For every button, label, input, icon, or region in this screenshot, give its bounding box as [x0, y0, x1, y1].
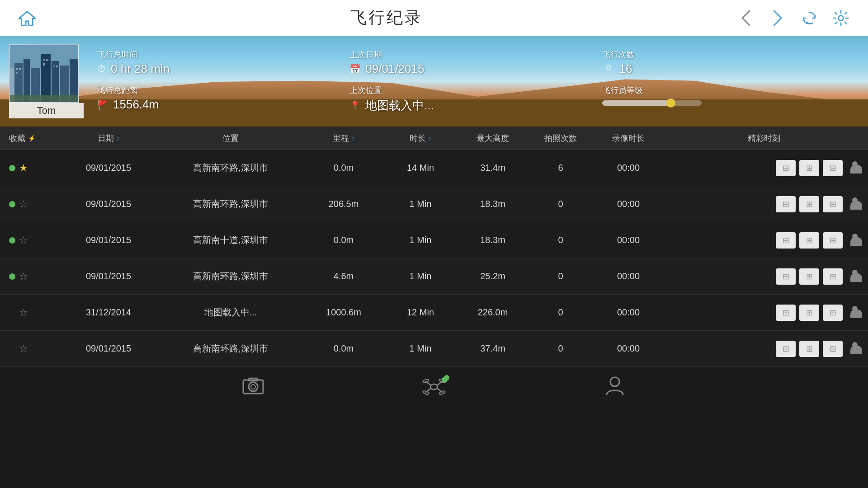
action-btn-3-2[interactable]	[823, 232, 843, 249]
th-distance: 里程 ↕	[303, 133, 384, 144]
clock-icon: ⏱	[97, 64, 106, 74]
td-photos-1: 0	[529, 199, 592, 209]
action-btn-3-4[interactable]	[823, 305, 843, 321]
th-location: 位置	[158, 133, 303, 144]
action-btn-2-3[interactable]	[799, 268, 819, 285]
td-video-0: 00:00	[592, 163, 665, 173]
td-date-2: 09/01/2015	[59, 235, 158, 245]
drone-active-dot	[442, 377, 448, 383]
home-button[interactable]	[18, 9, 36, 27]
status-dot-3	[9, 273, 15, 280]
td-location-4: 地图载入中...	[158, 306, 303, 319]
svg-rect-15	[46, 59, 48, 61]
forward-button[interactable]	[769, 9, 787, 27]
table-row[interactable]: ☆ 31/12/2014 地图载入中... 1000.6m 12 Min 226…	[0, 295, 868, 331]
table-row[interactable]: ★ 09/01/2015 高新南环路,深圳市 0.0m 14 Min 31.4m…	[0, 150, 868, 186]
th-date: 日期 ↕	[59, 133, 158, 144]
th-video: 录像时长	[592, 133, 665, 144]
td-duration-1: 1 Min	[384, 199, 457, 209]
action-btn-3-5[interactable]	[823, 341, 843, 357]
td-actions-5	[665, 341, 863, 357]
stat-group-count-level: 飞行次数 16 飞行员等级	[602, 49, 854, 113]
star-1[interactable]: ☆	[19, 198, 28, 210]
bottom-nav-user[interactable]	[524, 367, 705, 408]
bottom-navigation	[0, 367, 868, 408]
action-btn-1-1[interactable]	[776, 196, 796, 212]
action-btn-2-5[interactable]	[799, 341, 819, 357]
action-btn-1-5[interactable]	[776, 341, 796, 357]
action-btn-1-4[interactable]	[776, 305, 796, 321]
table-section: 收藏 ⚡ 日期 ↕ 位置 里程 ↕ 时长 ↕ 最大高度 拍照次数 录像时长 精彩…	[0, 127, 868, 367]
table-row[interactable]: ☆ 09/01/2015 高新南环路,深圳市 206.5m 1 Min 18.3…	[0, 186, 868, 222]
sort-date[interactable]: ↕	[117, 135, 120, 142]
table-row[interactable]: ☆ 09/01/2015 高新南十道,深圳市 0.0m 1 Min 18.3m …	[0, 222, 868, 258]
stats-area: 飞行总时间 ⏱ 0 hr 28 min 飞行总距离 🚩 1556.4m 上次日期…	[84, 45, 868, 118]
action-btn-2-2[interactable]	[799, 232, 819, 249]
td-photos-2: 0	[529, 235, 592, 245]
drone-count-icon	[602, 62, 615, 75]
flag-icon: 🚩	[97, 99, 108, 110]
stat-group-time-distance: 飞行总时间 ⏱ 0 hr 28 min 飞行总距离 🚩 1556.4m	[97, 49, 349, 113]
td-duration-3: 1 Min	[384, 271, 457, 282]
bottom-nav-camera[interactable]	[163, 367, 344, 408]
sort-duration[interactable]: ↕	[429, 135, 432, 142]
top-navigation: 飞行纪录	[0, 0, 868, 36]
bottom-nav-drone[interactable]	[344, 367, 524, 408]
stat-flight-count: 飞行次数 16	[602, 49, 854, 76]
calendar-icon: 📅	[349, 64, 361, 75]
action-btn-3-1[interactable]	[823, 196, 843, 212]
action-btn-2-1[interactable]	[799, 196, 819, 212]
star-5[interactable]: ☆	[19, 343, 28, 355]
td-distance-4: 1000.6m	[303, 307, 384, 318]
action-btn-1-2[interactable]	[776, 232, 796, 249]
td-actions-3	[665, 268, 863, 285]
sort-favorites[interactable]: ⚡	[28, 135, 36, 142]
td-location-5: 高新南环路,深圳市	[158, 343, 303, 355]
svg-point-22	[249, 382, 258, 391]
svg-point-34	[610, 377, 619, 386]
sort-distance[interactable]: ↕	[352, 135, 355, 142]
star-0[interactable]: ★	[19, 162, 28, 174]
settings-button[interactable]	[832, 9, 850, 27]
td-video-5: 00:00	[592, 343, 665, 354]
back-button[interactable]	[737, 9, 755, 27]
svg-rect-17	[53, 66, 55, 67]
star-2[interactable]: ☆	[19, 235, 28, 246]
action-btn-3-3[interactable]	[823, 268, 843, 285]
td-favorites-4: ☆	[5, 307, 59, 319]
td-duration-4: 12 Min	[384, 307, 457, 318]
td-actions-2	[665, 232, 863, 249]
th-favorites: 收藏 ⚡	[5, 133, 59, 144]
star-3[interactable]: ☆	[19, 271, 28, 282]
star-4[interactable]: ☆	[19, 307, 28, 319]
svg-rect-16	[43, 63, 45, 66]
td-video-1: 00:00	[592, 199, 665, 209]
level-indicator	[666, 99, 675, 108]
profile-name: Tom	[9, 103, 84, 118]
td-photos-0: 6	[529, 163, 592, 173]
td-duration-5: 1 Min	[384, 343, 457, 354]
action-btn-1-3[interactable]	[776, 268, 796, 285]
table-row[interactable]: ☆ 09/01/2015 高新南环路,深圳市 0.0m 1 Min 37.4m …	[0, 331, 868, 367]
nav-actions	[737, 9, 850, 27]
td-distance-1: 206.5m	[303, 199, 384, 209]
profile-image	[9, 44, 79, 103]
action-btn-3-0[interactable]	[823, 160, 843, 176]
stat-last-location: 上次位置 📍 地图载入中...	[349, 85, 602, 113]
action-btn-2-4[interactable]	[799, 305, 819, 321]
table-row[interactable]: ☆ 09/01/2015 高新南环路,深圳市 4.6m 1 Min 25.2m …	[0, 258, 868, 295]
svg-point-25	[430, 384, 438, 389]
status-dot-2	[9, 237, 15, 244]
status-dot-4	[9, 310, 15, 316]
sync-button[interactable]	[800, 9, 818, 27]
profile-card: Tom	[9, 44, 84, 118]
action-btn-2-0[interactable]	[799, 160, 819, 176]
td-actions-0	[665, 160, 863, 176]
td-photos-3: 0	[529, 271, 592, 282]
td-distance-0: 0.0m	[303, 163, 384, 173]
th-max-altitude: 最大高度	[457, 133, 529, 144]
td-duration-0: 14 Min	[384, 163, 457, 173]
th-duration: 时长 ↕	[384, 133, 457, 144]
action-btn-1-0[interactable]	[776, 160, 796, 176]
td-location-1: 高新南环路,深圳市	[158, 198, 303, 210]
